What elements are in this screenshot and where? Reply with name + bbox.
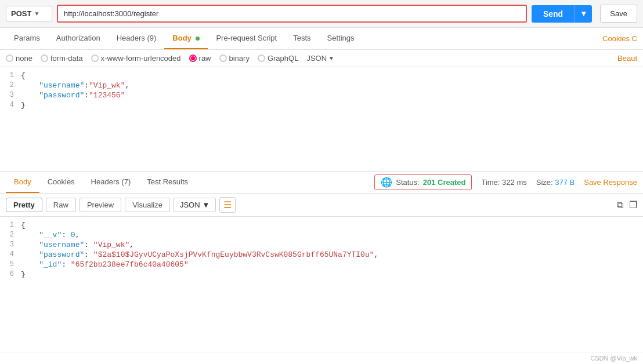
url-input[interactable]: [58, 6, 526, 21]
json-format-arrow-icon: ▼: [328, 55, 334, 61]
resp-tab-headers-label: Headers (7): [91, 177, 131, 186]
save-response-link[interactable]: Save Response: [584, 178, 637, 187]
option-form-data-label: form-data: [50, 54, 83, 63]
option-none[interactable]: none: [6, 54, 32, 63]
resp-line-6: 6 }: [0, 270, 643, 279]
radio-x-www-icon: [91, 54, 99, 62]
method-select[interactable]: POST ▼: [6, 6, 52, 21]
send-dropdown-button[interactable]: ▼: [575, 5, 592, 23]
resp-tab-cookies[interactable]: Cookies: [39, 172, 83, 193]
resp-tab-headers[interactable]: Headers (7): [83, 172, 139, 193]
request-tabs: Params Authorization Headers (9) Body Pr…: [0, 28, 643, 50]
option-raw-label: raw: [199, 54, 211, 63]
tab-params-label: Params: [14, 34, 40, 42]
option-graphql[interactable]: GraphQL: [258, 54, 298, 63]
method-arrow-icon: ▼: [34, 10, 39, 17]
response-meta: 🌐 Status: 201 Created Time: 322 ms Size:…: [374, 174, 637, 190]
top-bar: POST ▼ Send ▼ Save: [0, 0, 643, 28]
view-raw-button[interactable]: Raw: [46, 198, 76, 212]
tab-body[interactable]: Body: [164, 28, 208, 49]
copy-icon[interactable]: ⧉: [617, 200, 623, 210]
resp-tab-test-results[interactable]: Test Results: [139, 172, 196, 193]
send-dropdown-arrow-icon: ▼: [580, 9, 587, 18]
resp-json-arrow-icon: ▼: [203, 201, 210, 209]
tab-authorization-label: Authorization: [56, 34, 100, 42]
resp-line-4: 4 "password": "$2a$10$JGyvUCyaPoXsjPVvKf…: [0, 250, 643, 260]
tab-params[interactable]: Params: [6, 28, 48, 49]
radio-form-data-icon: [41, 54, 48, 62]
tab-pre-request-label: Pre-request Script: [216, 34, 277, 42]
response-status-box: 🌐 Status: 201 Created: [374, 174, 472, 190]
tab-headers[interactable]: Headers (9): [109, 28, 165, 49]
response-area: Body Cookies Headers (7) Test Results 🌐 …: [0, 172, 643, 352]
response-toolbar: Pretty Raw Preview Visualize JSON ▼ ☰ ⧉ …: [0, 194, 643, 217]
body-dot-indicator: [196, 37, 200, 41]
resp-line-3: 3 "username": "Vip_wk",: [0, 240, 643, 250]
save-button[interactable]: Save: [600, 5, 637, 23]
resp-tab-body[interactable]: Body: [6, 172, 39, 193]
req-line-4: 4 }: [0, 100, 643, 110]
body-options: none form-data x-www-form-urlencoded raw…: [0, 50, 643, 67]
resp-json-label: JSON: [180, 201, 200, 209]
resp-tab-test-results-label: Test Results: [147, 177, 188, 186]
option-graphql-label: GraphQL: [268, 54, 298, 63]
response-time: Time: 322 ms: [481, 178, 526, 187]
radio-raw-icon: [189, 54, 197, 62]
tab-tests[interactable]: Tests: [285, 28, 319, 49]
cookies-link[interactable]: Cookies C: [602, 34, 637, 43]
wrap-icon[interactable]: ☰: [219, 197, 236, 213]
resp-line-5: 5 "_id": "65f2bb238ee7fb6c40a40605": [0, 260, 643, 270]
view-pretty-button[interactable]: Pretty: [6, 198, 42, 212]
footer-label: CSDN @Vip_wk: [590, 355, 637, 362]
radio-graphql-icon: [258, 54, 265, 62]
json-format-dropdown[interactable]: JSON ▼: [306, 54, 334, 63]
view-preview-button[interactable]: Preview: [80, 198, 121, 212]
status-label: Status:: [396, 178, 419, 187]
resp-line-1: 1 {: [0, 220, 643, 230]
option-binary-label: binary: [229, 54, 250, 63]
expand-icon[interactable]: ❐: [629, 199, 637, 210]
tab-authorization[interactable]: Authorization: [48, 28, 109, 49]
footer: CSDN @Vip_wk: [0, 352, 643, 364]
request-code-editor[interactable]: 1 { 2 "username":"Vip_wk", 3 "password":…: [0, 67, 643, 172]
req-line-3: 3 "password":"123456": [0, 90, 643, 100]
app-container: POST ▼ Send ▼ Save Params Authorization …: [0, 0, 643, 364]
response-size: Size: 377 B: [536, 178, 575, 187]
tab-pre-request[interactable]: Pre-request Script: [208, 28, 285, 49]
tab-headers-label: Headers (9): [117, 34, 157, 42]
option-none-label: none: [16, 54, 32, 63]
json-format-label: JSON: [306, 54, 327, 63]
response-tabs-bar: Body Cookies Headers (7) Test Results 🌐 …: [0, 172, 643, 194]
radio-binary-icon: [219, 54, 227, 62]
response-code-viewer: 1 { 2 "__v": 0, 3 "username": "Vip_wk", …: [0, 217, 643, 352]
response-json-format[interactable]: JSON ▼: [174, 198, 216, 212]
tab-settings-label: Settings: [327, 34, 355, 42]
resp-tab-cookies-label: Cookies: [48, 177, 75, 186]
url-input-wrapper: [57, 5, 527, 23]
option-raw[interactable]: raw: [189, 54, 211, 63]
option-form-data[interactable]: form-data: [41, 54, 83, 63]
req-line-1: 1 {: [0, 71, 643, 81]
beautify-link[interactable]: Beaut: [617, 54, 637, 63]
globe-icon: 🌐: [381, 177, 392, 188]
option-x-www[interactable]: x-www-form-urlencoded: [91, 54, 181, 63]
method-label: POST: [11, 9, 31, 18]
option-x-www-label: x-www-form-urlencoded: [101, 54, 181, 63]
send-button[interactable]: Send: [532, 5, 575, 23]
send-btn-group: Send ▼: [532, 5, 592, 23]
status-value: 201 Created: [423, 178, 466, 187]
radio-none-icon: [6, 54, 13, 62]
tab-body-label: Body: [172, 34, 192, 42]
resp-line-2: 2 "__v": 0,: [0, 230, 643, 240]
view-visualize-button[interactable]: Visualize: [125, 198, 170, 212]
tab-settings[interactable]: Settings: [319, 28, 363, 49]
resp-tab-body-label: Body: [14, 177, 31, 186]
req-line-2: 2 "username":"Vip_wk",: [0, 81, 643, 90]
tab-tests-label: Tests: [293, 34, 310, 42]
option-binary[interactable]: binary: [219, 54, 250, 63]
